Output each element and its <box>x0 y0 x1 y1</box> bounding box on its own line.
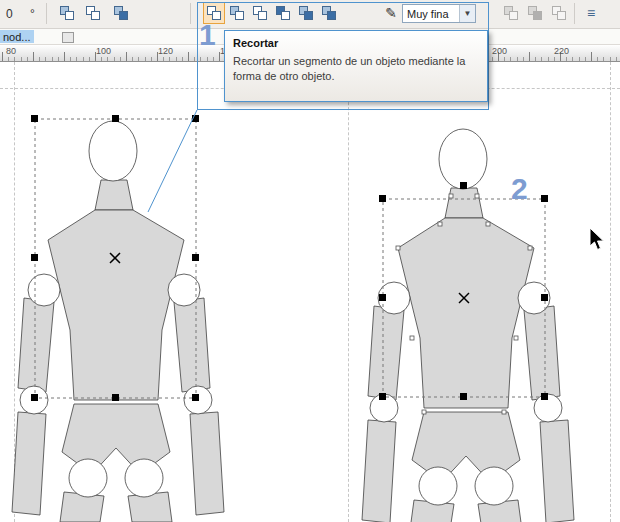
app-window: 0 ° ✎ Muy fina ▼ ≡ nod... 80 100 <box>0 0 620 522</box>
figure-right[interactable] <box>362 129 574 522</box>
step-number-1: 1 <box>199 18 216 52</box>
tooltip: Recortar Recortar un segmento de un obje… <box>224 30 488 102</box>
tooltip-body: Recortar un segmento de un objeto median… <box>233 54 479 84</box>
tooltip-title: Recortar <box>233 37 479 49</box>
figure-left[interactable] <box>12 121 224 522</box>
step-number-2: 2 <box>511 172 528 206</box>
